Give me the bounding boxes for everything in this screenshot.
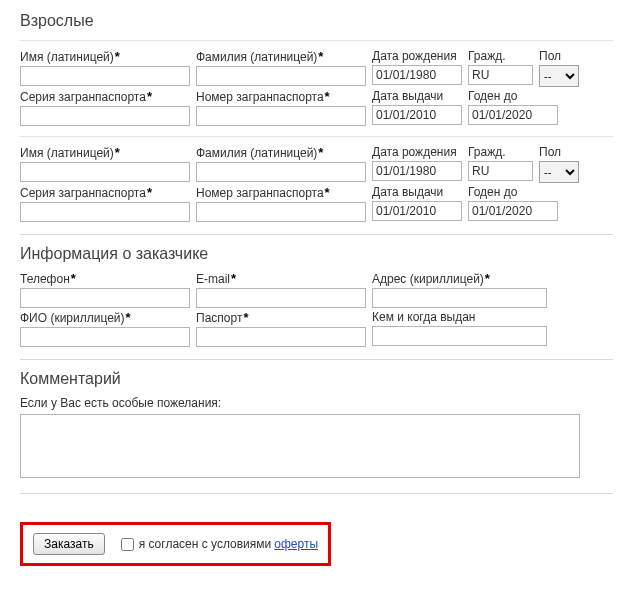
- citizenship-input[interactable]: [468, 65, 533, 85]
- divider: [20, 493, 613, 494]
- citizenship-label: Гражд.: [468, 49, 533, 63]
- firstname-label: Имя (латиницей)*: [20, 145, 190, 160]
- pass-series-input[interactable]: [20, 202, 190, 222]
- sex-label: Пол: [539, 145, 579, 159]
- email-input[interactable]: [196, 288, 366, 308]
- firstname-label: Имя (латиницей)*: [20, 49, 190, 64]
- agree-checkbox[interactable]: [121, 538, 134, 551]
- valid-until-label: Годен до: [468, 89, 558, 103]
- phone-label: Телефон*: [20, 271, 190, 286]
- dob-input[interactable]: [372, 161, 462, 181]
- agree-label[interactable]: я согласен с условиями оферты: [117, 535, 318, 554]
- offer-link[interactable]: оферты: [274, 537, 318, 551]
- comment-textarea[interactable]: [20, 414, 580, 478]
- divider: [20, 136, 613, 137]
- person-row: Серия загранпаспорта* Номер загранпаспор…: [20, 185, 613, 222]
- order-button[interactable]: Заказать: [33, 533, 105, 555]
- person-row: Серия загранпаспорта* Номер загранпаспор…: [20, 89, 613, 126]
- email-label: E-mail*: [196, 271, 366, 286]
- adults-heading: Взрослые: [20, 12, 613, 30]
- valid-until-label: Годен до: [468, 185, 558, 199]
- lastname-input[interactable]: [196, 162, 366, 182]
- address-label: Адрес (кириллицей)*: [372, 271, 547, 286]
- person-row: Имя (латиницей)* Фамилия (латиницей)* Да…: [20, 145, 613, 183]
- person-row: Имя (латиницей)* Фамилия (латиницей)* Да…: [20, 49, 613, 87]
- pass-series-input[interactable]: [20, 106, 190, 126]
- dob-label: Дата рождения: [372, 49, 462, 63]
- issued-by-input[interactable]: [372, 326, 547, 346]
- issue-date-input[interactable]: [372, 201, 462, 221]
- lastname-label: Фамилия (латиницей)*: [196, 49, 366, 64]
- passport-input[interactable]: [196, 327, 366, 347]
- pass-number-label: Номер загранпаспорта*: [196, 185, 366, 200]
- issue-date-label: Дата выдачи: [372, 89, 462, 103]
- customer-row: ФИО (кириллицей)* Паспорт* Кем и когда в…: [20, 310, 613, 347]
- issue-date-input[interactable]: [372, 105, 462, 125]
- comment-label: Если у Вас есть особые пожелания:: [20, 396, 613, 410]
- comment-heading: Комментарий: [20, 370, 613, 388]
- lastname-input[interactable]: [196, 66, 366, 86]
- dob-input[interactable]: [372, 65, 462, 85]
- pass-number-label: Номер загранпаспорта*: [196, 89, 366, 104]
- citizenship-label: Гражд.: [468, 145, 533, 159]
- sex-select[interactable]: --: [539, 161, 579, 183]
- valid-until-input[interactable]: [468, 105, 558, 125]
- pass-number-input[interactable]: [196, 106, 366, 126]
- divider: [20, 359, 613, 360]
- divider: [20, 40, 613, 41]
- pass-number-input[interactable]: [196, 202, 366, 222]
- sex-label: Пол: [539, 49, 579, 63]
- pass-series-label: Серия загранпаспорта*: [20, 89, 190, 104]
- customer-row: Телефон* E-mail* Адрес (кириллицей)*: [20, 271, 613, 308]
- action-highlight: Заказать я согласен с условиями оферты: [20, 522, 331, 566]
- issue-date-label: Дата выдачи: [372, 185, 462, 199]
- issued-by-label: Кем и когда выдан: [372, 310, 547, 324]
- divider: [20, 234, 613, 235]
- citizenship-input[interactable]: [468, 161, 533, 181]
- fio-input[interactable]: [20, 327, 190, 347]
- agree-text: я согласен с условиями: [139, 537, 272, 551]
- customer-heading: Информация о заказчике: [20, 245, 613, 263]
- firstname-input[interactable]: [20, 162, 190, 182]
- sex-select[interactable]: --: [539, 65, 579, 87]
- address-input[interactable]: [372, 288, 547, 308]
- firstname-input[interactable]: [20, 66, 190, 86]
- lastname-label: Фамилия (латиницей)*: [196, 145, 366, 160]
- fio-label: ФИО (кириллицей)*: [20, 310, 190, 325]
- phone-input[interactable]: [20, 288, 190, 308]
- passport-label: Паспорт*: [196, 310, 366, 325]
- pass-series-label: Серия загранпаспорта*: [20, 185, 190, 200]
- valid-until-input[interactable]: [468, 201, 558, 221]
- dob-label: Дата рождения: [372, 145, 462, 159]
